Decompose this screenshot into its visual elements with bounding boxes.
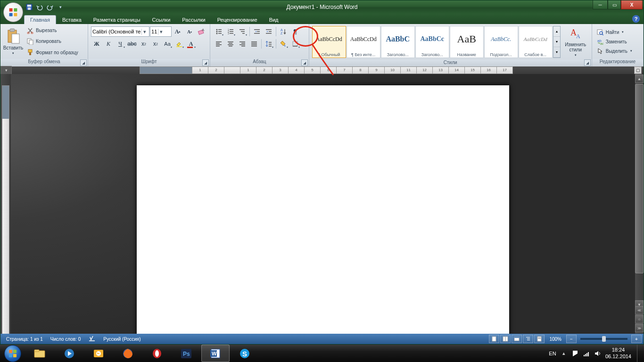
styles-gallery-scroll[interactable]: ▴▾▾ bbox=[553, 26, 561, 58]
style-item-0[interactable]: AaBbCcDd¶ Обычный bbox=[312, 26, 346, 58]
redo-button[interactable] bbox=[46, 3, 54, 11]
tray-action-center-icon[interactable] bbox=[571, 350, 579, 357]
taskbar-skype[interactable]: S bbox=[231, 345, 259, 362]
ruler-toggle[interactable]: ▢ bbox=[634, 66, 642, 74]
taskbar-opera[interactable] bbox=[143, 345, 171, 362]
maximize-button[interactable]: ▭ bbox=[608, 0, 621, 9]
tab-home[interactable]: Главная bbox=[24, 15, 56, 24]
bullets-button[interactable] bbox=[213, 26, 224, 37]
style-item-1[interactable]: AaBbCcDd¶ Без инте... bbox=[347, 26, 380, 58]
scroll-up-button[interactable]: ▲ bbox=[635, 74, 644, 83]
full-screen-view[interactable] bbox=[500, 335, 511, 343]
close-button[interactable]: X bbox=[621, 0, 643, 9]
zoom-out-button[interactable]: − bbox=[566, 335, 577, 343]
status-words[interactable]: Число слов: 0 bbox=[47, 337, 84, 342]
ruler-corner[interactable]: ▾ bbox=[0, 66, 12, 74]
page-viewport[interactable] bbox=[11, 74, 635, 334]
office-button[interactable] bbox=[3, 2, 23, 22]
zoom-slider[interactable] bbox=[580, 338, 627, 340]
styles-gallery[interactable]: AaBbCcDd¶ ОбычныйAaBbCcDd¶ Без инте...Aa… bbox=[311, 25, 561, 59]
numbering-button[interactable]: 123 bbox=[225, 26, 236, 37]
minimize-button[interactable]: ─ bbox=[593, 0, 608, 9]
scroll-thumb[interactable] bbox=[635, 84, 644, 273]
browse-object-button[interactable]: ○ bbox=[635, 315, 644, 323]
style-item-4[interactable]: AaBНазвание bbox=[450, 26, 484, 58]
gallery-more[interactable]: ▾ bbox=[553, 47, 560, 58]
tray-network-icon[interactable] bbox=[583, 350, 590, 357]
subscript-button[interactable]: x2 bbox=[138, 38, 149, 49]
find-button[interactable]: Найти ▾ bbox=[595, 28, 634, 36]
taskbar-outlook[interactable] bbox=[84, 345, 113, 362]
align-center-button[interactable] bbox=[225, 38, 236, 49]
vertical-ruler[interactable] bbox=[0, 74, 11, 334]
tab-mailings[interactable]: Рассылки bbox=[176, 16, 211, 24]
tray-clock[interactable]: 18:24 06.12.2014 bbox=[605, 347, 631, 359]
tab-insert[interactable]: Вставка bbox=[57, 16, 87, 24]
line-spacing-button[interactable] bbox=[263, 38, 274, 49]
document-page[interactable] bbox=[137, 85, 509, 334]
tray-volume-icon[interactable] bbox=[594, 350, 602, 357]
status-language[interactable]: Русский (Россия) bbox=[99, 337, 144, 342]
select-button[interactable]: Выделить ▾ bbox=[595, 47, 634, 55]
paragraph-dialog-launcher[interactable]: ◢ bbox=[301, 59, 308, 66]
paste-button[interactable]: Вставить ▾ bbox=[2, 25, 24, 58]
undo-button[interactable] bbox=[35, 3, 44, 11]
next-page-button[interactable]: ≫ bbox=[635, 324, 644, 332]
highlight-button[interactable] bbox=[173, 38, 185, 49]
taskbar-mediaplayer[interactable] bbox=[55, 345, 83, 362]
shrink-font-button[interactable]: A▾ bbox=[184, 26, 195, 37]
show-desktop-button[interactable] bbox=[637, 345, 641, 362]
zoom-in-button[interactable]: + bbox=[631, 335, 642, 343]
gallery-down[interactable]: ▾ bbox=[553, 37, 560, 47]
taskbar-explorer[interactable] bbox=[26, 345, 54, 362]
tab-references[interactable]: Ссылки bbox=[147, 16, 176, 24]
shading-button[interactable] bbox=[278, 38, 289, 49]
help-button[interactable]: ? bbox=[632, 15, 640, 23]
change-styles-button[interactable]: AA Изменить стили▾ bbox=[561, 25, 590, 59]
format-painter-button[interactable]: Формат по образцу bbox=[25, 48, 80, 57]
web-layout-view[interactable] bbox=[512, 335, 522, 343]
save-button[interactable] bbox=[25, 3, 33, 11]
borders-button[interactable] bbox=[289, 38, 301, 49]
draft-view[interactable] bbox=[534, 335, 545, 343]
font-size-combo[interactable]: 11▾ bbox=[150, 26, 172, 37]
outline-view[interactable] bbox=[523, 335, 533, 343]
taskbar-photoshop[interactable]: Ps bbox=[172, 345, 200, 362]
ruler-strip[interactable]: 121234567891011121314151617 bbox=[140, 66, 513, 74]
status-proofing-icon[interactable] bbox=[84, 335, 99, 343]
justify-button[interactable] bbox=[248, 38, 260, 49]
replace-button[interactable]: abacЗаменить bbox=[595, 37, 634, 46]
decrease-indent-button[interactable] bbox=[251, 26, 263, 37]
prev-page-button[interactable]: ≪ bbox=[635, 306, 644, 314]
horizontal-ruler[interactable]: ▾ 121234567891011121314151617 ▢ bbox=[0, 66, 644, 74]
multilevel-list-button[interactable] bbox=[237, 26, 248, 37]
status-page[interactable]: Страница: 1 из 1 bbox=[2, 337, 47, 342]
align-left-button[interactable] bbox=[213, 38, 224, 49]
grow-font-button[interactable]: A▴ bbox=[172, 26, 183, 37]
start-button[interactable] bbox=[0, 345, 25, 362]
font-family-combo[interactable]: Calibri (Основной те▾ bbox=[91, 26, 149, 37]
superscript-button[interactable]: x2 bbox=[150, 38, 161, 49]
change-case-button[interactable]: Aa bbox=[162, 38, 173, 49]
style-item-6[interactable]: AaBbCcDdСлабое в... bbox=[519, 26, 553, 58]
clear-formatting-button[interactable]: A bbox=[196, 26, 207, 37]
print-layout-view[interactable] bbox=[489, 335, 499, 343]
style-item-2[interactable]: AaBbCЗаголово... bbox=[381, 26, 415, 58]
style-item-3[interactable]: AaBbCcЗаголово... bbox=[415, 26, 449, 58]
vertical-scrollbar[interactable]: ▲ ▼ ≪ ○ ≫ bbox=[635, 74, 644, 334]
gallery-up[interactable]: ▴ bbox=[553, 26, 560, 37]
sort-button[interactable]: AZ bbox=[278, 26, 289, 37]
strikethrough-button[interactable]: abc bbox=[126, 38, 138, 49]
show-marks-button[interactable]: ¶ bbox=[289, 26, 301, 37]
qat-customize[interactable]: ▾ bbox=[56, 3, 65, 11]
underline-button[interactable]: Ч bbox=[115, 38, 126, 49]
zoom-slider-thumb[interactable] bbox=[602, 336, 606, 342]
styles-dialog-launcher[interactable]: ◢ bbox=[584, 59, 591, 66]
font-color-button[interactable]: A bbox=[185, 38, 197, 49]
cut-button[interactable]: Вырезать bbox=[25, 26, 80, 35]
increase-indent-button[interactable] bbox=[263, 26, 274, 37]
tray-lang[interactable]: EN bbox=[549, 350, 556, 357]
taskbar-firefox[interactable] bbox=[114, 345, 142, 362]
tab-review[interactable]: Рецензирование bbox=[212, 16, 263, 24]
clipboard-dialog-launcher[interactable]: ◢ bbox=[80, 59, 87, 66]
